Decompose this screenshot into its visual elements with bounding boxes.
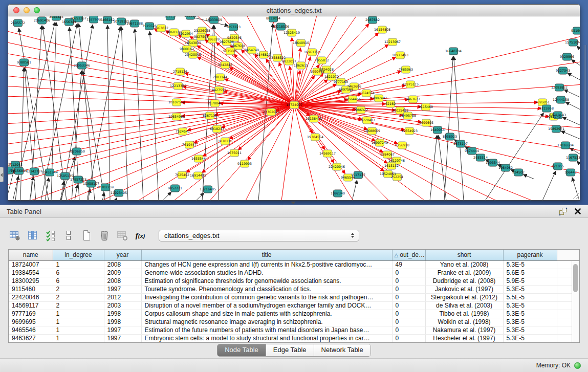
graph-edge[interactable]: [75, 185, 77, 200]
table-row[interactable]: 1938455462009Genome-wide association stu…: [9, 269, 579, 277]
table-cell[interactable]: 0: [392, 318, 425, 326]
table-row[interactable]: 1872400712008Changes of HCN gene express…: [9, 260, 579, 269]
table-cell[interactable]: 5.3E-5: [503, 318, 557, 326]
east-panel-handle[interactable]: [584, 45, 586, 170]
column-header-pagerank[interactable]: pagerank: [503, 250, 557, 260]
table-cell[interactable]: 9463627: [9, 334, 53, 342]
column-header-title[interactable]: title: [141, 250, 392, 260]
window-resize-grip[interactable]: [572, 192, 579, 200]
table-cell[interactable]: 2: [53, 301, 104, 310]
graph-edge[interactable]: [102, 105, 294, 200]
table-cell[interactable]: 5.5E-5: [503, 293, 557, 301]
graph-edge[interactable]: [8, 105, 294, 144]
table-cell[interactable]: 0: [392, 301, 425, 310]
graph-edge[interactable]: [577, 161, 580, 170]
table-cell[interactable]: 0: [392, 285, 425, 293]
table-row[interactable]: 1830029562008Estimation of significance …: [9, 277, 579, 285]
table-row[interactable]: 946554611997Estimation of the future num…: [9, 326, 579, 334]
table-cell[interactable]: Franke et al. (2009): [425, 269, 503, 277]
table-cell[interactable]: 2: [53, 293, 104, 301]
tab-network-table[interactable]: Network Table: [314, 344, 371, 356]
table-cell[interactable]: Changes of HCN gene expression and I(f) …: [141, 260, 392, 269]
select-all-rows-button[interactable]: [44, 229, 57, 242]
graph-edge[interactable]: [577, 46, 580, 55]
column-visibility-button[interactable]: [26, 229, 39, 242]
table-cell[interactable]: 6: [53, 269, 104, 277]
column-header-name[interactable]: name: [9, 250, 53, 260]
table-cell[interactable]: Hescheler et al. (1997): [425, 334, 503, 342]
table-row[interactable]: 969969511998Structural magnetic resonanc…: [9, 318, 579, 326]
graph-edge[interactable]: [561, 131, 580, 142]
table-row[interactable]: 1456911722003Disruption of a novel membe…: [9, 301, 579, 310]
table-cell[interactable]: 2009: [104, 269, 141, 277]
table-cell[interactable]: 19384554: [9, 269, 53, 277]
table-scrollbar[interactable]: [572, 261, 579, 342]
table-cell[interactable]: 0: [392, 277, 425, 285]
table-cell[interactable]: 18724007: [9, 260, 53, 269]
graph-edge[interactable]: [163, 192, 171, 200]
table-cell[interactable]: 2008: [104, 277, 141, 285]
table-cell[interactable]: Estimation of the future numbers of pati…: [141, 326, 392, 334]
graph-edge[interactable]: [485, 113, 543, 200]
table-cell[interactable]: Jankovic et al. (1997): [425, 285, 503, 293]
table-settings-button[interactable]: [8, 229, 21, 242]
graph-edge[interactable]: [438, 135, 446, 200]
table-cell[interactable]: Genome-wide association studies in ADHD.: [141, 269, 392, 277]
graph-edge[interactable]: [571, 59, 580, 70]
graph-edge[interactable]: [523, 174, 534, 179]
table-cell[interactable]: 0: [392, 326, 425, 334]
table-cell[interactable]: Disruption of a novel member of a sodium…: [141, 301, 392, 310]
table-cell[interactable]: 1997: [104, 285, 141, 293]
table-cell[interactable]: Dudbridge et al. (2008): [425, 277, 503, 285]
table-cell[interactable]: 9115460: [9, 285, 53, 293]
table-cell[interactable]: 2: [53, 285, 104, 293]
table-cell[interactable]: 1998: [104, 318, 141, 326]
table-cell[interactable]: 9465546: [9, 326, 53, 334]
row-selection-mode-button[interactable]: [62, 229, 75, 242]
table-cell[interactable]: 5.3E-5: [503, 326, 557, 334]
graph-edge[interactable]: [352, 180, 357, 200]
graph-edge[interactable]: [568, 73, 580, 83]
table-panel-collapse-arrow-icon[interactable]: [291, 202, 296, 204]
table-cell[interactable]: 1998: [104, 310, 141, 318]
table-cell[interactable]: Investigating the contribution of common…: [141, 293, 392, 301]
table-row[interactable]: 911546021997Tourette syndrome. Phenomeno…: [9, 285, 579, 293]
table-cell[interactable]: 5.3E-5: [503, 310, 557, 318]
graph-edge[interactable]: [8, 31, 294, 105]
graph-edge[interactable]: [246, 105, 294, 200]
table-cell[interactable]: 0: [392, 334, 425, 342]
table-cell[interactable]: 2003: [104, 301, 141, 310]
graph-edge[interactable]: [30, 177, 33, 200]
table-cell[interactable]: Tibbo et al. (1998): [425, 310, 503, 318]
table-cell[interactable]: 2012: [104, 293, 141, 301]
west-panel-handle[interactable]: [0, 167, 4, 182]
close-window-button[interactable]: [13, 7, 19, 13]
close-panel-icon[interactable]: [574, 208, 581, 215]
column-header-year[interactable]: year: [104, 250, 141, 260]
table-cell[interactable]: 5.3E-5: [503, 301, 557, 310]
table-cell[interactable]: Stergiakouli et al. (2012): [425, 293, 503, 301]
graph-edge[interactable]: [121, 27, 128, 200]
graph-edge[interactable]: [444, 56, 453, 200]
table-cell[interactable]: 5.3E-5: [503, 260, 557, 269]
table-cell[interactable]: 49: [392, 260, 425, 269]
graph-edge[interactable]: [565, 102, 580, 113]
table-cell[interactable]: 1: [53, 318, 104, 326]
table-cell[interactable]: 22420046: [9, 293, 53, 301]
delete-table-button[interactable]: [116, 229, 129, 242]
table-cell[interactable]: Corpus callosum shape and size in male p…: [141, 310, 392, 318]
delete-attribute-button[interactable]: [98, 229, 111, 242]
table-cell[interactable]: 5.3E-5: [503, 334, 557, 342]
table-cell[interactable]: Yano et al. (2008): [425, 260, 503, 269]
graph-edge[interactable]: [454, 56, 464, 200]
table-cell[interactable]: Structural magnetic resonance image aver…: [141, 318, 392, 326]
column-header-short[interactable]: short: [425, 250, 503, 260]
table-cell[interactable]: 18300295: [9, 277, 53, 285]
table-cell[interactable]: 2008: [104, 260, 141, 269]
table-cell[interactable]: 9777169: [9, 310, 53, 318]
minimize-window-button[interactable]: [24, 7, 30, 13]
table-cell[interactable]: 0: [392, 293, 425, 301]
table-row[interactable]: 977716911998Corpus callosum shape and si…: [9, 310, 579, 318]
graph-edge[interactable]: [116, 198, 117, 200]
table-cell[interactable]: Tourette syndrome. Phenomenology and cla…: [141, 285, 392, 293]
